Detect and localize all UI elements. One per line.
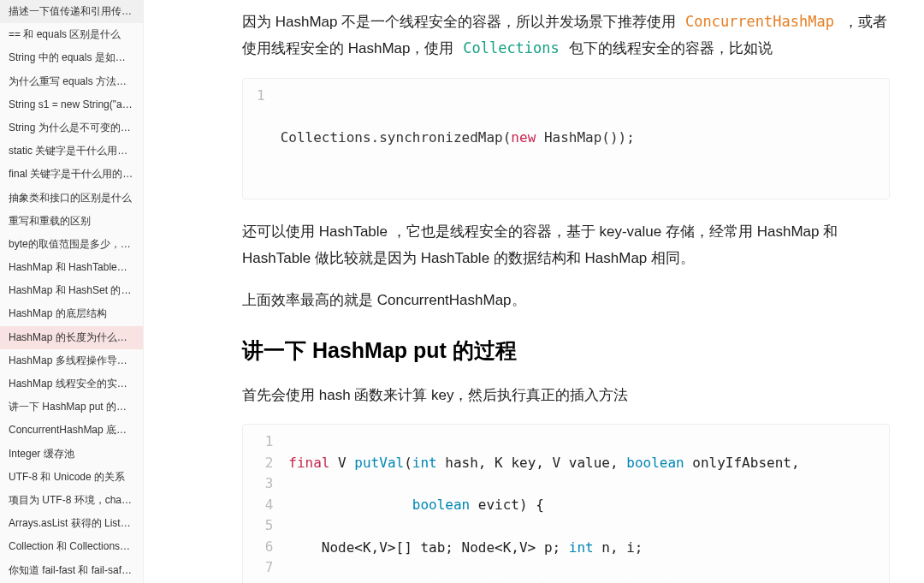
paragraph-hashtable: 还可以使用 HashTable ，它也是线程安全的容器，基于 key-value…	[242, 218, 890, 272]
code-gutter: 12345678910111213	[243, 425, 283, 583]
sidebar-item-7[interactable]: final 关键字是干什么用的…	[0, 163, 143, 186]
text: 因为 HashMap 不是一个线程安全的容器，所以并发场景下推荐使用	[242, 14, 680, 30]
sidebar-item-8[interactable]: 抽象类和接口的区别是什么	[0, 187, 143, 210]
code-block-collections-sync: 1 Collections.synchronizedMap(new HashMa…	[242, 78, 890, 199]
sidebar-item-21[interactable]: 项目为 UTF-8 环境，char…	[0, 489, 143, 512]
text: 包下的线程安全的容器，比如说	[569, 40, 773, 57]
sidebar-item-23[interactable]: Collection 和 Collections…	[0, 535, 143, 558]
paragraph-efficiency: 上面效率最高的就是 ConcurrentHashMap。	[242, 287, 890, 313]
sidebar-item-20[interactable]: UTF-8 和 Unicode 的关系	[0, 466, 143, 489]
inline-code-collections: Collections	[458, 39, 565, 57]
sidebar-item-3[interactable]: 为什么重写 equals 方法必…	[0, 70, 143, 93]
sidebar-item-19[interactable]: Integer 缓存池	[0, 443, 143, 466]
inline-code-concurrenthashmap: ConcurrentHashMap	[680, 12, 839, 31]
sidebar-item-2[interactable]: String 中的 equals 是如何…	[0, 46, 143, 69]
paragraph-concurrent-recommend: 因为 HashMap 不是一个线程安全的容器，所以并发场景下推荐使用 Concu…	[242, 9, 890, 62]
sidebar-item-13[interactable]: HashMap 的底层结构	[0, 302, 143, 325]
sidebar-item-18[interactable]: ConcurrentHashMap 底…	[0, 419, 143, 442]
sidebar-item-10[interactable]: byte的取值范围是多少，…	[0, 233, 143, 256]
sidebar-item-17[interactable]: 讲一下 HashMap put 的过程	[0, 396, 143, 419]
code-lines: Collections.synchronizedMap(new HashMap(…	[275, 79, 889, 199]
paragraph-hash-intro: 首先会使用 hash 函数来计算 key，然后执行真正的插入方法	[242, 382, 890, 408]
sidebar-item-11[interactable]: HashMap 和 HashTable…	[0, 256, 143, 279]
sidebar-item-0[interactable]: 描述一下值传递和引用传…	[0, 0, 143, 23]
code-block-putval: 12345678910111213 final V putVal(int has…	[242, 424, 890, 583]
sidebar-item-5[interactable]: String 为什么是不可变的、…	[0, 116, 143, 140]
sidebar-item-12[interactable]: HashMap 和 HashSet 的…	[0, 279, 143, 302]
sidebar-item-4[interactable]: String s1 = new String("a…	[0, 93, 143, 116]
toc-sidebar[interactable]: 描述一下值传递和引用传…== 和 equals 区别是什么String 中的 e…	[0, 0, 144, 583]
sidebar-item-1[interactable]: == 和 equals 区别是什么	[0, 23, 143, 46]
sidebar-item-6[interactable]: static 关键字是干什么用的…	[0, 140, 143, 163]
heading-hashmap-put: 讲一下 HashMap put 的过程	[242, 336, 890, 365]
article-content: 因为 HashMap 不是一个线程安全的容器，所以并发场景下推荐使用 Concu…	[144, 0, 924, 583]
code-gutter: 1	[243, 79, 275, 199]
sidebar-item-22[interactable]: Arrays.asList 获得的 List…	[0, 512, 143, 535]
sidebar-item-16[interactable]: HashMap 线程安全的实现…	[0, 372, 143, 396]
sidebar-item-14[interactable]: HashMap 的长度为什么是…	[0, 326, 143, 349]
sidebar-item-24[interactable]: 你知道 fail-fast 和 fail-saf…	[0, 559, 143, 582]
sidebar-item-15[interactable]: HashMap 多线程操作导致…	[0, 349, 143, 372]
sidebar-item-9[interactable]: 重写和重载的区别	[0, 210, 143, 233]
code-lines: final V putVal(int hash, K key, V value,…	[283, 425, 889, 583]
